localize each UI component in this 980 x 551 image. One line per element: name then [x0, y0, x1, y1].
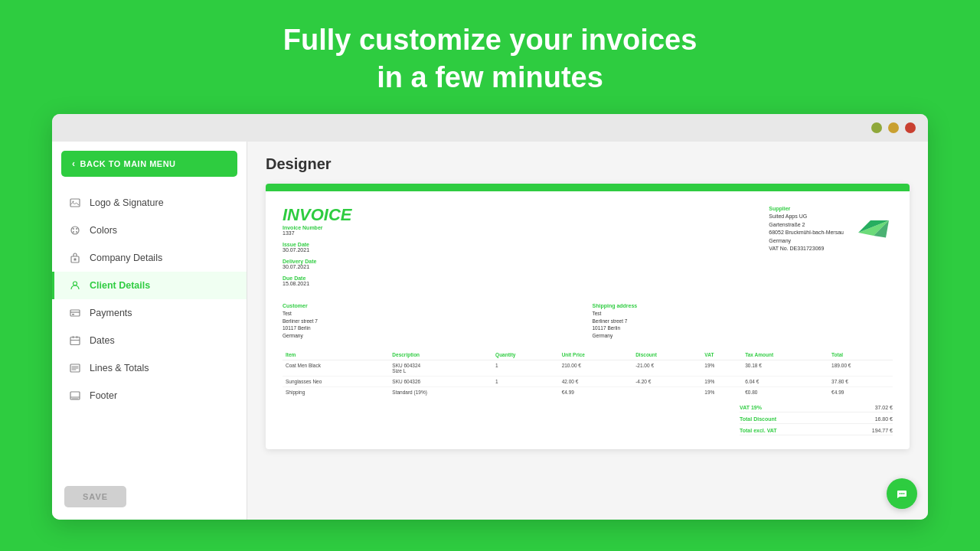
minimize-button[interactable]: [871, 122, 882, 133]
svg-point-9: [74, 282, 77, 285]
col-total: Total: [828, 349, 893, 360]
svg-rect-8: [74, 258, 77, 260]
invoice-top: INVOICE Invoice Number 1337 Issue Date 3…: [283, 205, 893, 292]
col-vat: VAT: [701, 349, 742, 360]
sidebar-item-payments[interactable]: Payments: [52, 299, 247, 327]
app-window: ‹ BACK TO MAIN MENU Logo & Signature: [52, 114, 928, 520]
col-item: Item: [283, 349, 389, 360]
image-icon: [68, 196, 82, 210]
calendar-icon: [68, 334, 82, 347]
svg-point-3: [73, 228, 74, 230]
maximize-button[interactable]: [888, 122, 899, 133]
invoice-body: INVOICE Invoice Number 1337 Issue Date 3…: [266, 191, 910, 449]
svg-rect-11: [72, 314, 74, 315]
payment-icon: [68, 306, 82, 320]
customer-section: Customer Test Berliner street 7 10117 Be…: [283, 303, 893, 340]
person-icon: [68, 279, 82, 292]
table-row: Shipping Standard (19%) €4.99 19% €0.80 …: [283, 386, 893, 397]
invoice-issue-field: Issue Date 30.07.2021: [283, 242, 769, 253]
chat-button[interactable]: [887, 478, 917, 509]
table-row: Sunglasses Neo SKU 604326 1 42.00 € -4.2…: [283, 376, 893, 386]
svg-point-5: [73, 231, 74, 233]
chevron-left-icon: ‹: [72, 158, 76, 169]
save-button[interactable]: SAVE: [64, 486, 126, 507]
svg-point-2: [71, 227, 79, 234]
sidebar-item-client-details[interactable]: Client Details: [52, 272, 247, 299]
total-excl-row: Total excl. VAT 194.77 €: [740, 426, 893, 435]
banner-heading: Fully customize your invoices in a few m…: [15, 21, 965, 97]
col-description: Description: [389, 349, 492, 360]
svg-rect-12: [70, 337, 80, 344]
shipping-block: Shipping address Test Berliner street 7 …: [593, 303, 893, 340]
close-button[interactable]: [905, 122, 916, 133]
sidebar-item-colors[interactable]: Colors: [52, 217, 247, 244]
sidebar-item-footer[interactable]: Footer: [52, 382, 247, 409]
sidebar-item-dates[interactable]: Dates: [52, 327, 247, 354]
svg-point-4: [76, 228, 77, 230]
invoice-due-field: Due Date 15.08.2021: [283, 276, 769, 286]
svg-rect-10: [70, 310, 80, 316]
sidebar-item-company-details[interactable]: Company Details: [52, 244, 247, 272]
list-icon: [68, 361, 82, 375]
discount-total-row: Total Discount 16.80 €: [740, 415, 893, 424]
company-icon: [68, 251, 82, 265]
col-unit-price: Unit Price: [559, 349, 633, 360]
title-bar: [52, 114, 928, 142]
table-row: Coat Men Black SKU 604324Size L 1 210.00…: [283, 360, 893, 376]
sidebar-item-lines-totals[interactable]: Lines & Totals: [52, 354, 247, 382]
footer-icon: [68, 389, 82, 403]
top-banner: Fully customize your invoices in a few m…: [0, 0, 980, 114]
customer-content: Test Berliner street 7 10117 Berlin Germ…: [283, 310, 583, 340]
save-button-container: SAVE: [52, 477, 247, 520]
totals-section: VAT 19% 37.02 € Total Discount 16.80 € T…: [283, 403, 893, 435]
svg-point-19: [900, 493, 901, 494]
sidebar: ‹ BACK TO MAIN MENU Logo & Signature: [52, 142, 247, 520]
col-discount: Discount: [632, 349, 701, 360]
palette-icon: [68, 223, 82, 237]
designer-title: Designer: [266, 155, 910, 173]
invoice-number-field: Invoice Number 1337: [283, 225, 769, 236]
invoice-title: INVOICE: [283, 205, 769, 225]
col-quantity: Quantity: [492, 349, 559, 360]
vat-total-row: VAT 19% 37.02 €: [740, 403, 893, 412]
customer-block: Customer Test Berliner street 7 10117 Be…: [283, 303, 583, 340]
sidebar-item-logo-signature[interactable]: Logo & Signature: [52, 189, 247, 217]
table-header-row: Item Description Quantity Unit Price Dis…: [283, 349, 893, 360]
col-tax-amount: Tax Amount: [742, 349, 828, 360]
back-to-main-menu-button[interactable]: ‹ BACK TO MAIN MENU: [61, 151, 237, 177]
main-content: ‹ BACK TO MAIN MENU Logo & Signature: [52, 142, 928, 520]
svg-point-20: [901, 493, 903, 494]
shipping-content: Test Berliner street 7 10117 Berlin Germ…: [593, 310, 893, 340]
invoice-preview: INVOICE Invoice Number 1337 Issue Date 3…: [266, 184, 910, 449]
invoice-delivery-field: Delivery Date 30.07.2021: [283, 259, 769, 269]
invoice-supplier: Supplier Suited Apps UG Gartenstraße 2 6…: [769, 205, 844, 253]
invoice-left: INVOICE Invoice Number 1337 Issue Date 3…: [283, 205, 769, 292]
invoice-logo: [854, 205, 893, 239]
svg-point-6: [76, 231, 77, 233]
svg-point-21: [903, 493, 905, 494]
invoice-header-bar: [266, 184, 910, 191]
designer-area: Designer INVOICE Invoice Number 1337: [247, 142, 928, 520]
invoice-table: Item Description Quantity Unit Price Dis…: [283, 349, 893, 397]
